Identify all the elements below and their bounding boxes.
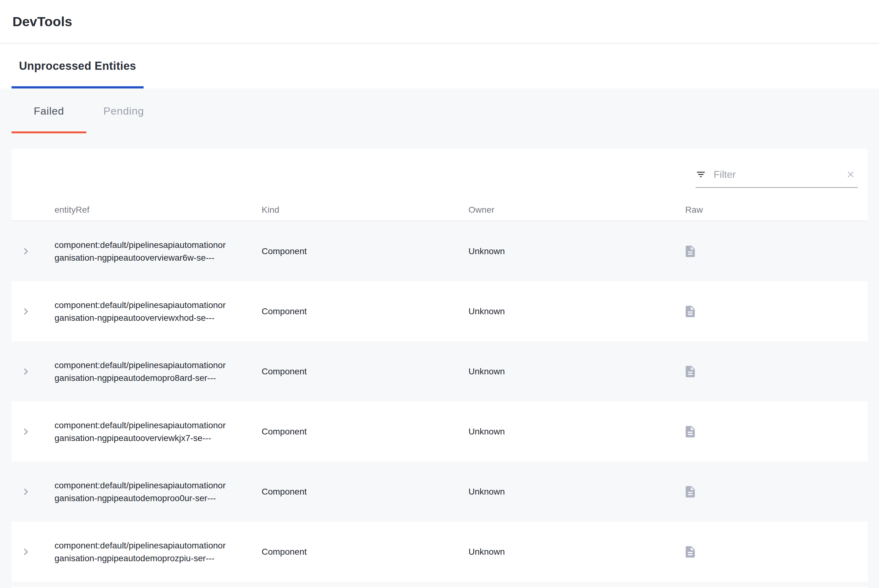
kind-cell: Component <box>262 305 468 318</box>
owner-cell: Unknown <box>468 485 685 498</box>
expand-cell <box>12 541 54 563</box>
table-body: component:default/pipelinesapiautomation… <box>12 221 868 582</box>
document-icon <box>683 545 697 559</box>
clear-filter-button[interactable] <box>843 167 858 182</box>
app-header: DevTools <box>0 0 879 44</box>
owner-cell: Unknown <box>468 365 685 378</box>
kind-cell: Component <box>262 425 468 438</box>
filter-input-wrap <box>696 162 858 188</box>
expand-row-button[interactable] <box>15 360 37 383</box>
tab-label: Pending <box>104 105 144 117</box>
table-row: component:default/pipelinesapiautomation… <box>12 281 868 341</box>
kind-cell: Component <box>262 485 468 498</box>
owner-cell: Unknown <box>468 425 685 438</box>
table-header-row: entityRef Kind Owner Raw <box>12 199 868 221</box>
owner-cell: Unknown <box>468 305 685 318</box>
expand-row-button[interactable] <box>15 420 37 443</box>
kind-cell: Component <box>262 245 468 258</box>
expand-row-button[interactable] <box>15 300 37 322</box>
entityref-cell: component:default/pipelinesapiautomation… <box>54 238 257 264</box>
chevron-right-icon <box>19 545 32 558</box>
filter-input[interactable] <box>714 169 843 180</box>
owner-cell: Unknown <box>468 545 685 558</box>
kind-cell: Component <box>262 365 468 378</box>
table-row: component:default/pipelinesapiautomation… <box>12 341 868 402</box>
raw-cell <box>685 544 868 560</box>
expand-cell <box>12 480 54 503</box>
raw-cell <box>685 364 868 379</box>
spacer <box>0 133 879 148</box>
raw-cell <box>685 484 868 499</box>
expand-row-button[interactable] <box>15 480 37 503</box>
entityref-cell: component:default/pipelinesapiautomation… <box>54 298 257 324</box>
chevron-right-icon <box>19 245 32 258</box>
primary-tabbar: Unprocessed Entities <box>0 44 879 88</box>
raw-cell <box>685 304 868 319</box>
document-icon <box>683 365 697 378</box>
entityref-cell: component:default/pipelinesapiautomation… <box>54 419 257 444</box>
active-tab-indicator <box>12 86 144 88</box>
filter-bar <box>12 148 868 199</box>
table-row: component:default/pipelinesapiautomation… <box>12 522 868 582</box>
col-header-entityref: entityRef <box>54 205 262 215</box>
entityref-cell: component:default/pipelinesapiautomation… <box>54 359 257 384</box>
chevron-right-icon <box>19 365 32 378</box>
next-row-sliver <box>12 582 868 587</box>
expand-row-button[interactable] <box>15 541 37 563</box>
chevron-right-icon <box>19 305 32 318</box>
active-tab-indicator <box>12 131 86 133</box>
chevron-right-icon <box>19 485 32 498</box>
col-header-owner: Owner <box>468 205 685 215</box>
entityref-cell: component:default/pipelinesapiautomation… <box>54 479 257 504</box>
view-raw-button[interactable] <box>683 544 698 560</box>
raw-cell <box>685 244 868 259</box>
view-raw-button[interactable] <box>683 304 698 319</box>
filter-list-icon <box>696 169 706 180</box>
expand-cell <box>12 240 54 262</box>
owner-cell: Unknown <box>468 245 685 258</box>
view-raw-button[interactable] <box>683 244 698 259</box>
table-row: component:default/pipelinesapiautomation… <box>12 221 868 281</box>
table-row: component:default/pipelinesapiautomation… <box>12 462 868 522</box>
table-row: component:default/pipelinesapiautomation… <box>12 402 868 462</box>
col-header-raw: Raw <box>685 205 868 215</box>
chevron-right-icon <box>19 425 32 438</box>
entities-card: entityRef Kind Owner Raw component:defau… <box>12 148 868 588</box>
entityref-cell: component:default/pipelinesapiautomation… <box>54 539 257 565</box>
raw-cell <box>685 424 868 439</box>
document-icon <box>683 304 697 318</box>
expand-cell <box>12 420 54 443</box>
expand-row-button[interactable] <box>15 240 37 262</box>
tab-failed[interactable]: Failed <box>12 88 86 133</box>
tab-pending[interactable]: Pending <box>86 88 161 133</box>
kind-cell: Component <box>262 545 468 558</box>
page-title: DevTools <box>12 14 72 29</box>
tab-unprocessed-entities[interactable]: Unprocessed Entities <box>12 44 144 88</box>
document-icon <box>683 244 697 258</box>
view-raw-button[interactable] <box>683 424 698 439</box>
col-header-kind: Kind <box>262 205 468 215</box>
close-icon <box>845 169 856 180</box>
document-icon <box>683 485 697 499</box>
tab-label: Failed <box>34 105 64 117</box>
expand-cell <box>12 300 54 322</box>
view-raw-button[interactable] <box>683 364 698 379</box>
status-tabbar: Failed Pending <box>0 88 879 133</box>
tab-label: Unprocessed Entities <box>19 60 136 73</box>
document-icon <box>683 425 697 438</box>
expand-cell <box>12 360 54 383</box>
view-raw-button[interactable] <box>683 484 698 499</box>
